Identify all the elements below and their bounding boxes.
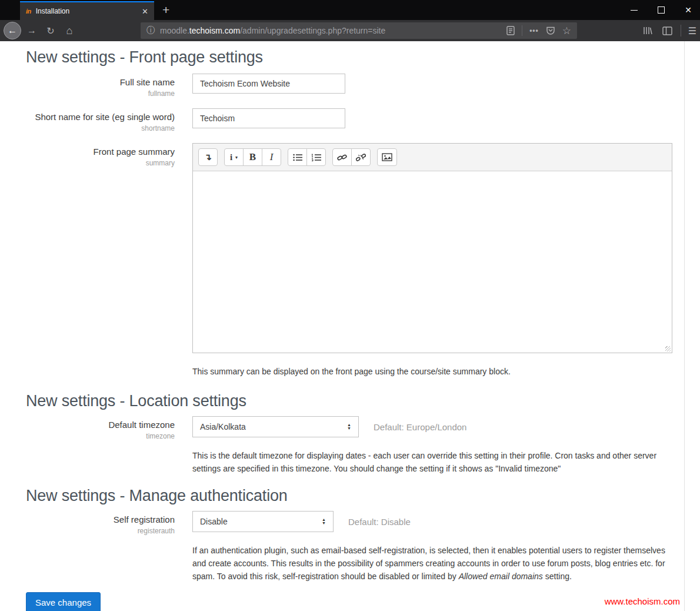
timezone-setting-name: timezone <box>26 432 175 440</box>
italic-icon: I <box>270 151 274 163</box>
fullname-setting-name: fullname <box>26 89 175 98</box>
shortname-input[interactable] <box>192 108 345 128</box>
form-row-timezone: Default timezone timezone Asia/Kolkata ▲… <box>26 416 700 475</box>
maximize-icon[interactable] <box>658 6 665 14</box>
pocket-icon[interactable] <box>546 26 555 35</box>
page-content: New settings - Front page settings Full … <box>0 41 700 611</box>
forward-button[interactable]: → <box>24 25 40 36</box>
registerauth-default-value: Default: Disable <box>348 517 411 527</box>
bookmark-star-icon[interactable]: ☆ <box>562 25 571 37</box>
form-row-shortname: Short name for site (eg single word) sho… <box>26 108 700 132</box>
minimize-icon[interactable] <box>631 10 638 11</box>
tab-installation[interactable]: in Installation ✕ <box>20 1 154 20</box>
bold-icon: B <box>249 151 256 163</box>
form-row-registerauth: Self registration registerauth Disable ▲… <box>26 511 700 583</box>
registerauth-selected-value: Disable <box>200 517 228 526</box>
editor-bold-button[interactable]: B <box>243 148 262 166</box>
tab-close-icon[interactable]: ✕ <box>142 7 148 16</box>
link-icon <box>337 153 347 162</box>
registerauth-setting-name: registerauth <box>26 527 175 535</box>
editor-paragraph-styles-button[interactable]: i ▾ <box>224 148 244 166</box>
fullname-input[interactable] <box>192 74 345 94</box>
sidebar-toggle-icon[interactable] <box>662 26 672 35</box>
editor-collapse-button[interactable]: ↴ <box>198 148 218 166</box>
summary-editor: ↴ i ▾ B I <box>192 143 672 353</box>
library-icon[interactable] <box>642 26 653 35</box>
window-close-icon[interactable]: ✕ <box>685 6 692 14</box>
select-arrows-icon: ▲▼ <box>322 518 326 525</box>
summary-textarea[interactable] <box>193 171 672 353</box>
urlbar-separator <box>522 25 522 36</box>
scrollbar-track[interactable] <box>684 41 685 611</box>
heading-manage-authentication: New settings - Manage authentication <box>26 487 700 505</box>
back-button[interactable]: ← <box>4 22 21 39</box>
back-icon: ← <box>8 25 17 36</box>
shortname-label: Short name for site (eg single word) <box>26 112 175 122</box>
summary-setting-name: summary <box>26 159 175 167</box>
reload-button[interactable]: ↻ <box>42 25 59 36</box>
form-row-summary: Front page summary summary ↴ i ▾ B I <box>26 143 700 378</box>
editor-numbered-list-button[interactable] <box>306 148 326 166</box>
registerauth-description: If an authentication plugin, such as ema… <box>192 544 681 583</box>
fullname-label: Full site name <box>26 77 175 87</box>
new-tab-button[interactable]: + <box>162 1 169 19</box>
editor-italic-button[interactable]: I <box>262 148 281 166</box>
timezone-default-value: Default: Europe/London <box>374 422 466 432</box>
window-controls: ✕ <box>631 0 692 20</box>
address-bar[interactable]: ⓘ moodle.techoism.com/admin/upgradesetti… <box>141 22 577 39</box>
timezone-selected-value: Asia/Kolkata <box>200 422 246 431</box>
timezone-label: Default timezone <box>26 420 175 430</box>
save-changes-button[interactable]: Save changes <box>26 592 101 611</box>
timezone-description: This is the default timezone for display… <box>192 449 681 475</box>
watermark-link[interactable]: www.techoism.com <box>605 596 680 606</box>
registerauth-label: Self registration <box>26 514 175 524</box>
moodle-favicon-icon: in <box>26 8 31 15</box>
home-button[interactable]: ⌂ <box>61 25 78 37</box>
shortname-setting-name: shortname <box>26 124 175 132</box>
chevron-down-icon: ▾ <box>235 155 238 160</box>
toolbar-separator <box>681 25 681 36</box>
numbered-list-icon <box>312 154 321 161</box>
tab-title: Installation <box>36 7 69 15</box>
tab-bar: in Installation ✕ + ✕ <box>0 0 700 20</box>
url-text[interactable]: moodle.techoism.com/admin/upgradesetting… <box>160 26 499 35</box>
menu-icon[interactable]: ☰ <box>688 25 696 36</box>
navigation-toolbar: ← → ↻ ⌂ ⓘ moodle.techoism.com/admin/upgr… <box>0 20 700 41</box>
styles-icon: i <box>230 152 232 162</box>
reader-mode-icon[interactable] <box>506 26 515 35</box>
editor-toolbar: ↴ i ▾ B I <box>193 144 672 171</box>
select-arrows-icon: ▲▼ <box>347 423 351 430</box>
site-info-icon[interactable]: ⓘ <box>146 25 155 36</box>
url-domain: techoism.com <box>189 26 240 35</box>
allowed-email-domains-emphasis: Allowed email domains <box>459 572 543 581</box>
toolbar-right-icons: ☰ <box>633 25 696 36</box>
heading-front-page-settings: New settings - Front page settings <box>26 48 700 67</box>
collapse-icon: ↴ <box>204 152 212 162</box>
page-actions-icon[interactable]: ••• <box>529 26 539 35</box>
editor-bullet-list-button[interactable] <box>288 148 307 166</box>
bullet-list-icon <box>293 154 302 161</box>
summary-label: Front page summary <box>26 147 175 157</box>
heading-location-settings: New settings - Location settings <box>26 392 700 410</box>
unlink-icon <box>356 153 366 162</box>
editor-unlink-button[interactable] <box>351 148 371 166</box>
editor-image-button[interactable] <box>377 148 397 166</box>
timezone-select[interactable]: Asia/Kolkata ▲▼ <box>192 416 359 437</box>
editor-link-button[interactable] <box>332 148 352 166</box>
image-icon <box>382 153 392 161</box>
resize-handle-icon[interactable] <box>665 346 671 351</box>
registerauth-select[interactable]: Disable ▲▼ <box>192 511 334 532</box>
form-row-fullname: Full site name fullname <box>26 74 700 98</box>
summary-description: This summary can be displayed on the fro… <box>192 365 672 378</box>
